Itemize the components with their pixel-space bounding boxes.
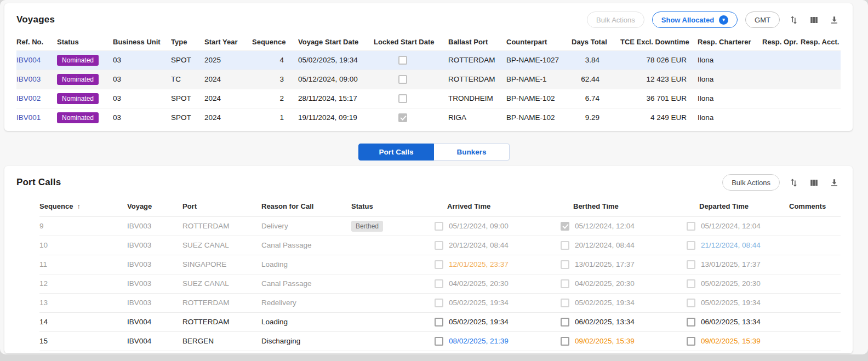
voyages-column-start_year[interactable]: Start Year [204,34,252,50]
port-call-row[interactable]: 13IBV003ROTTERDAMRedelivery05/02/2025, 1… [39,293,841,312]
port-calls-sort-order-button[interactable] [787,176,800,189]
voyages-bulk-actions-button[interactable]: Bulk Actions [587,12,644,28]
voyage-ref-link[interactable]: IBV004 [16,56,41,64]
voyage-cell-start_year: 2024 [204,89,252,108]
port-calls-column-reason[interactable]: Reason for Call [261,197,351,216]
berthed-time-checkbox[interactable] [561,337,569,346]
voyages-column-sequence[interactable]: Sequence [252,34,298,50]
voyage-row[interactable]: IBV004Nominated03SPOT2025405/02/2025, 19… [16,50,841,70]
show-allocated-dropdown[interactable]: Show Allocated ▾ [652,12,738,28]
port-calls-column-comments[interactable]: Comments [789,197,841,216]
port-call-row[interactable]: 9IBV003ROTTERDAMDeliveryBerthed05/12/202… [39,216,841,236]
gmt-button[interactable]: GMT [745,12,780,28]
voyage-row[interactable]: IBV002Nominated03SPOT2024228/11/2024, 15… [16,89,841,108]
departed-time-checkbox[interactable] [687,337,695,346]
arrived-time-checkbox[interactable] [435,318,443,326]
voyage-ref-link[interactable]: IBV002 [16,94,41,102]
voyage-status-badge: Nominated [57,112,99,123]
voyages-column-resp_opr[interactable]: Resp. Opr. [762,34,801,50]
voyage-ref-link[interactable]: IBV003 [16,75,41,83]
port-calls-download-button[interactable] [828,176,841,189]
port-call-cell-arrived: 05/12/2024, 09:00 [435,216,561,236]
departed-time-checkbox[interactable] [687,299,695,307]
port-calls-columns-button[interactable] [808,176,820,189]
voyages-column-days_total[interactable]: Days Total [572,34,620,50]
departed-time-checkbox[interactable] [687,279,695,288]
voyage-cell-business_unit: 03 [113,108,171,127]
time-value: 09/02/2025, 15:39 [701,337,761,345]
berthed-time-checkbox[interactable] [561,279,569,288]
voyage-cell-sequence: 4 [252,50,298,70]
departed-time-checkbox[interactable] [687,241,695,250]
locked-start-date-checkbox[interactable] [398,94,407,103]
voyage-cell-locked_start_date [374,50,448,70]
voyages-column-resp_charterer[interactable]: Resp. Charterer [698,34,762,50]
arrived-time-checkbox[interactable] [435,222,443,231]
tab-bunkers[interactable]: Bunkers [434,144,510,161]
port-calls-toolbar: Bulk Actions [722,174,841,191]
port-call-row[interactable]: 15IBV004BERGENDischarging08/02/2025, 21:… [39,331,841,351]
voyages-column-ref[interactable]: Ref. No. [16,34,57,50]
arrived-time-checkbox[interactable] [435,279,443,288]
port-calls-column-status[interactable]: Status [351,197,435,216]
voyages-column-tce_excl_downtime[interactable]: TCE Excl. Downtime [620,34,698,50]
voyage-cell-days_total: 3.84 [572,50,620,70]
port-call-cell-reason: Loading [261,255,351,274]
voyage-ref-link[interactable]: IBV001 [16,113,41,122]
departed-time-checkbox[interactable] [687,318,695,326]
port-call-cell-berthed: 06/02/2025, 13:34 [561,312,687,331]
tab-port-calls[interactable]: Port Calls [358,144,434,161]
voyage-cell-type: TC [171,70,204,89]
port-calls-bulk-actions-button[interactable]: Bulk Actions [722,174,780,191]
column-label: Reason for Call [261,202,313,210]
port-calls-column-voyage[interactable]: Voyage [127,197,182,216]
voyage-row[interactable]: IBV001Nominated03SPOT2024119/11/2024, 09… [16,108,841,127]
arrived-time-checkbox[interactable] [435,337,443,346]
locked-start-date-checkbox[interactable] [398,56,407,65]
arrived-time-checkbox[interactable] [435,260,443,269]
port-calls-column-berthed[interactable]: Berthed Time [561,197,687,216]
voyages-column-status[interactable]: Status [57,34,113,50]
port-call-row[interactable]: 12IBV003SUEZ CANALCanal Passage04/02/202… [39,274,841,293]
port-call-cell-sequence: 15 [39,331,127,351]
berthed-time-checkbox[interactable] [561,299,569,307]
berthed-time-checkbox[interactable] [561,222,569,231]
voyages-columns-button[interactable] [808,14,820,26]
voyages-download-button[interactable] [828,14,841,26]
port-call-row[interactable]: 10IBV003SUEZ CANALCanal Passage20/12/202… [39,236,841,255]
voyages-column-type[interactable]: Type [171,34,204,50]
port-call-cell-sequence: 14 [39,312,127,331]
locked-start-date-checkbox[interactable] [398,113,407,122]
departed-time-checkbox[interactable] [687,260,695,269]
port-calls-column-arrived[interactable]: Arrived Time [435,197,561,216]
port-call-cell-status: Berthed [351,216,435,236]
port-call-row[interactable]: 11IBV003SINGAPORELoading12/01/2025, 23:3… [39,255,841,274]
port-calls-column-sequence[interactable]: Sequence↑ [39,197,127,216]
voyages-column-business_unit[interactable]: Business Unit [113,34,171,50]
chevron-down-icon: ▾ [719,15,728,25]
port-calls-column-departed[interactable]: Departed Time [687,197,789,216]
voyages-column-voyage_start_date[interactable]: Voyage Start Date [298,34,374,50]
berthed-time-checkbox[interactable] [561,260,569,269]
voyages-column-counterpart[interactable]: Counterpart [506,34,572,50]
port-call-row[interactable]: 14IBV004ROTTERDAMLoading05/02/2025, 19:3… [39,312,841,331]
time-value: 06/02/2025, 13:34 [575,318,635,326]
voyage-cell-days_total: 6.74 [572,89,620,108]
departed-time-checkbox[interactable] [687,222,695,231]
voyage-row[interactable]: IBV003Nominated03TC2024305/12/2024, 09:0… [16,70,841,89]
time-value: 05/12/2024, 09:00 [449,222,509,230]
port-call-cell-berthed: 20/12/2024, 08:44 [561,236,687,255]
locked-start-date-checkbox[interactable] [398,75,407,84]
arrived-time-checkbox[interactable] [435,299,443,307]
berthed-time-checkbox[interactable] [561,241,569,250]
voyages-column-locked_start_date[interactable]: Locked Start Date [374,34,448,50]
voyage-cell-resp_charterer: Ilona [698,50,762,70]
port-call-cell-departed: 05/02/2025, 20:30 [687,274,789,293]
arrived-time-checkbox[interactable] [435,241,443,250]
voyages-column-ballast_port[interactable]: Ballast Port [448,34,506,50]
voyages-column-resp_acct[interactable]: Resp. Acct. [801,34,841,50]
port-calls-column-port[interactable]: Port [182,197,261,216]
voyages-sort-order-button[interactable] [787,14,800,26]
voyage-cell-ballast_port: TRONDHEIM [448,89,506,108]
berthed-time-checkbox[interactable] [561,318,569,326]
